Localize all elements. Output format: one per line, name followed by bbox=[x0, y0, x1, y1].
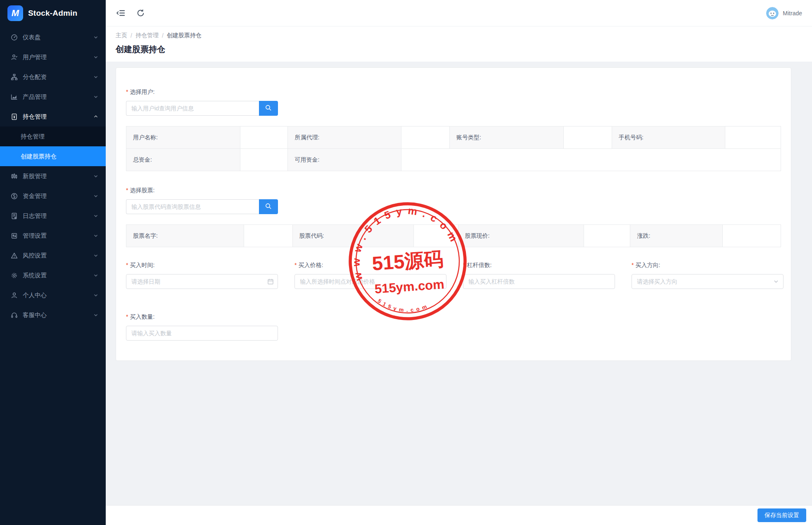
app-logo[interactable]: M Stock-Admin bbox=[0, 0, 106, 26]
chevron-down-icon bbox=[93, 293, 98, 298]
chevron-down-icon bbox=[93, 253, 98, 258]
sidebar-item-user-management[interactable]: 用户管理 bbox=[0, 47, 106, 67]
sidebar-item-support-center[interactable]: 客服中心 bbox=[0, 305, 106, 325]
leverage-input[interactable] bbox=[463, 274, 615, 289]
direction-label: 买入方向: bbox=[635, 262, 660, 268]
money-icon bbox=[11, 193, 18, 200]
agent-value bbox=[401, 126, 449, 149]
stock-search-row bbox=[126, 199, 781, 214]
quantity-label: 买入数量: bbox=[130, 313, 154, 320]
save-settings-button[interactable]: 保存当前设置 bbox=[757, 508, 806, 522]
agent-label: 所属代理: bbox=[288, 126, 401, 149]
position-icon bbox=[11, 113, 18, 120]
account-type-value bbox=[563, 126, 612, 149]
user-search-row bbox=[126, 101, 781, 116]
stock-info-table: 股票名字: 股票代码: 股票现价: 涨跌: bbox=[126, 224, 781, 247]
user-name-value bbox=[240, 126, 288, 149]
sidebar: M Stock-Admin 仪表盘 用户管理 分仓配资 bbox=[0, 0, 106, 525]
user-search-button[interactable] bbox=[259, 101, 278, 116]
leverage-field: *杠杆倍数: bbox=[463, 262, 615, 289]
table-row: 用户名称: 所属代理: 账号类型: 手机号码: bbox=[126, 126, 781, 149]
select-user-label: *选择用户: bbox=[126, 88, 781, 96]
table-row: 总资金: 可用资金: bbox=[126, 149, 781, 171]
chevron-down-icon bbox=[93, 213, 98, 218]
sidebar-item-log-management[interactable]: 日志管理 bbox=[0, 206, 106, 226]
buy-fields-row: *买入时间: *买入价格: bbox=[126, 262, 781, 289]
sidebar-item-ipo-management[interactable]: 新股管理 bbox=[0, 166, 106, 186]
phone-label: 手机号码: bbox=[612, 126, 725, 149]
chevron-down-icon bbox=[93, 233, 98, 238]
person-icon bbox=[11, 292, 18, 299]
breadcrumb-home[interactable]: 主页 bbox=[116, 32, 127, 39]
buy-time-field: *买入时间: bbox=[126, 262, 278, 289]
sidebar-item-profile-center[interactable]: 个人中心 bbox=[0, 285, 106, 305]
buy-price-field: *买入价格: bbox=[294, 262, 446, 289]
footer-bar: 保存当前设置 bbox=[106, 505, 812, 525]
total-funds-value bbox=[240, 149, 288, 171]
quantity-label-row: *买入数量: bbox=[126, 313, 781, 321]
chevron-down-icon bbox=[93, 35, 98, 40]
user-search-input[interactable] bbox=[126, 101, 259, 116]
sidebar-item-allocation[interactable]: 分仓配资 bbox=[0, 67, 106, 87]
stock-price-label: 股票现价: bbox=[458, 225, 584, 247]
form-card: *选择用户: 用户 bbox=[116, 67, 791, 361]
sidebar-subitem-position-management[interactable]: 持仓管理 bbox=[0, 126, 106, 146]
app-title: Stock-Admin bbox=[28, 9, 77, 18]
app-logo-icon: M bbox=[7, 5, 23, 21]
stock-name-label: 股票名字: bbox=[126, 225, 244, 247]
topbar: Mitrade bbox=[106, 0, 812, 26]
sliders-icon bbox=[11, 232, 18, 239]
direction-field: *买入方向: bbox=[632, 262, 784, 289]
stock-search-button[interactable] bbox=[259, 199, 278, 214]
dashboard-icon bbox=[11, 34, 18, 41]
chevron-down-icon bbox=[93, 94, 98, 99]
available-funds-value bbox=[401, 149, 781, 171]
chevron-down-icon bbox=[93, 174, 98, 179]
sidebar-item-product-management[interactable]: 产品管理 bbox=[0, 87, 106, 107]
quantity-input-wrap bbox=[126, 326, 278, 341]
buy-price-label: 买入价格: bbox=[298, 262, 323, 268]
chevron-down-icon bbox=[93, 74, 98, 79]
table-row: 股票名字: 股票代码: 股票现价: 涨跌: bbox=[126, 225, 781, 247]
gear-icon bbox=[11, 272, 18, 279]
leverage-label: 杠杆倍数: bbox=[467, 262, 491, 268]
sidebar-item-system-settings[interactable]: 系统设置 bbox=[0, 265, 106, 285]
username: Mitrade bbox=[783, 10, 802, 17]
direction-select[interactable] bbox=[632, 274, 784, 289]
buy-price-input[interactable] bbox=[294, 274, 446, 289]
stock-code-value bbox=[413, 225, 458, 247]
sidebar-item-funds-management[interactable]: 资金管理 bbox=[0, 186, 106, 206]
refresh-icon[interactable] bbox=[135, 8, 145, 18]
user-name-label: 用户名称: bbox=[126, 126, 240, 149]
breadcrumb-section[interactable]: 持仓管理 bbox=[135, 32, 159, 39]
stock-name-value bbox=[244, 225, 292, 247]
page-header: 主页 / 持仓管理 / 创建股票持仓 创建股票持仓 bbox=[106, 26, 812, 62]
user-info-table: 用户名称: 所属代理: 账号类型: 手机号码: 总资金: 可用资金: bbox=[126, 126, 781, 171]
search-icon bbox=[265, 203, 272, 211]
stock-code-label: 股票代码: bbox=[292, 225, 413, 247]
area-chart-icon bbox=[11, 93, 18, 100]
sidebar-item-admin-settings[interactable]: 管理设置 bbox=[0, 226, 106, 246]
buy-time-input[interactable] bbox=[126, 274, 278, 289]
sidebar-subitem-create-stock-position[interactable]: 创建股票持仓 bbox=[0, 146, 106, 166]
sidebar-item-position-management[interactable]: 持仓管理 bbox=[0, 107, 106, 126]
stock-change-label: 涨跌: bbox=[630, 225, 722, 247]
user-menu[interactable]: Mitrade bbox=[766, 7, 802, 19]
chevron-down-icon bbox=[93, 273, 98, 278]
sidebar-item-risk-settings[interactable]: 风控设置 bbox=[0, 246, 106, 265]
select-stock-label: *选择股票: bbox=[126, 187, 781, 194]
account-type-label: 账号类型: bbox=[449, 126, 563, 149]
stock-search-input[interactable] bbox=[126, 199, 259, 214]
avatar bbox=[766, 7, 779, 19]
stock-change-value bbox=[722, 225, 781, 247]
position-submenu: 持仓管理 创建股票持仓 bbox=[0, 126, 106, 166]
stock-price-value bbox=[584, 225, 630, 247]
sidebar-item-dashboard[interactable]: 仪表盘 bbox=[0, 27, 106, 47]
user-manage-icon bbox=[11, 54, 18, 61]
quantity-input[interactable] bbox=[126, 326, 278, 341]
total-funds-label: 总资金: bbox=[126, 149, 240, 171]
buy-time-label: 买入时间: bbox=[130, 262, 154, 268]
candlestick-icon bbox=[11, 173, 18, 180]
collapse-menu-icon[interactable] bbox=[116, 8, 126, 18]
warning-icon bbox=[11, 252, 18, 259]
